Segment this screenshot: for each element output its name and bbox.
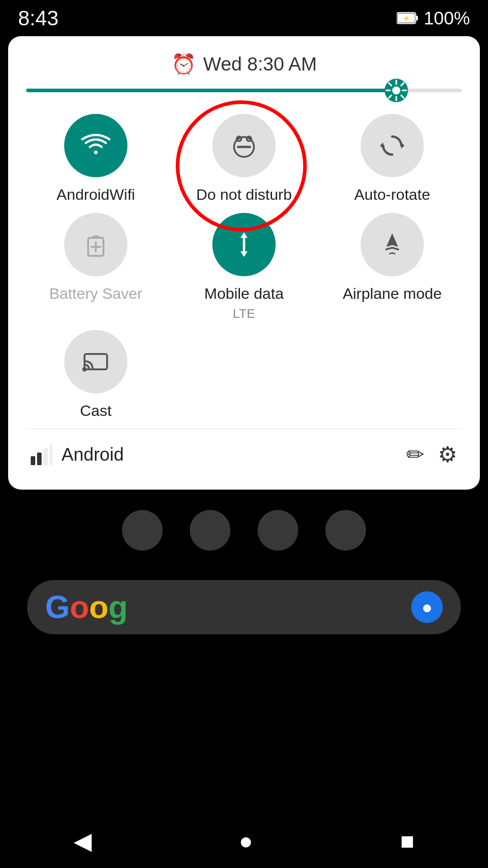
svg-line-10 [401, 95, 404, 98]
signal-icon [31, 443, 52, 465]
mobiledata-icon-circle [212, 213, 276, 276]
back-button[interactable]: ◀ [74, 827, 92, 854]
wifi-label: AndroidWifi [56, 185, 135, 204]
home-button[interactable]: ● [239, 827, 253, 854]
brightness-slider[interactable] [26, 89, 462, 92]
quick-settings-panel: ⏰ Wed 8:30 AM [8, 36, 480, 490]
home-app-icon-2 [190, 510, 230, 551]
autorotate-icon [376, 130, 408, 161]
battery-icon: ⚡ [397, 12, 418, 24]
edit-button[interactable]: ✏ [406, 442, 424, 467]
alarm-row: ⏰ Wed 8:30 AM [26, 52, 462, 76]
tiles-grid: AndroidWifi Do not disturb [26, 114, 462, 420]
airplanemode-icon [376, 229, 408, 260]
status-bar: 8:43 ⚡ 100% [0, 0, 488, 36]
svg-line-12 [389, 95, 392, 98]
svg-marker-25 [240, 232, 248, 238]
svg-line-9 [389, 83, 392, 85]
wifi-icon [80, 130, 112, 161]
home-app-icon-4 [325, 510, 366, 551]
footer-icons: ✏ ⚙ [406, 442, 457, 467]
brightness-fill [26, 89, 396, 92]
svg-text:⚡: ⚡ [403, 14, 410, 22]
wifi-icon-circle [64, 114, 127, 177]
svg-point-13 [94, 151, 98, 154]
batterysaver-icon [80, 229, 112, 260]
google-search-bar[interactable]: Goog ● [27, 580, 461, 634]
status-time: 8:43 [18, 6, 59, 30]
recents-button[interactable]: ■ [400, 827, 414, 854]
svg-marker-27 [240, 251, 248, 257]
home-screen-area [0, 490, 488, 571]
tile-wifi[interactable]: AndroidWifi [26, 114, 165, 204]
svg-rect-30 [31, 456, 35, 465]
alarm-icon: ⏰ [171, 52, 196, 76]
svg-rect-32 [43, 448, 48, 465]
panel-footer: Android ✏ ⚙ [26, 429, 462, 472]
svg-rect-1 [416, 16, 418, 20]
google-mic-button[interactable]: ● [411, 591, 443, 623]
tile-batterysaver[interactable]: Battery Saver [26, 213, 165, 321]
cast-icon [80, 346, 112, 377]
tile-airplanemode[interactable]: Airplane mode [323, 213, 462, 321]
brightness-thumb[interactable] [385, 79, 408, 102]
home-app-icon-3 [258, 510, 298, 551]
cast-label: Cast [80, 401, 112, 420]
footer-left: Android [31, 443, 124, 465]
tile-mobiledata[interactable]: Mobile data LTE [174, 213, 314, 321]
settings-button[interactable]: ⚙ [438, 442, 457, 467]
mobiledata-sublabel: LTE [233, 307, 255, 321]
tiles-wrapper: AndroidWifi Do not disturb [26, 114, 462, 420]
airplanemode-label: Airplane mode [343, 284, 441, 303]
footer-label: Android [61, 444, 124, 465]
autorotate-icon-circle [361, 114, 424, 177]
battery-percent: 100% [424, 8, 470, 28]
airplanemode-icon-circle [361, 213, 424, 276]
svg-rect-33 [50, 443, 52, 465]
batterysaver-icon-circle [64, 213, 127, 276]
tile-dnd[interactable]: Do not disturb [174, 114, 314, 204]
brightness-track[interactable] [26, 89, 462, 92]
status-right: ⚡ 100% [397, 8, 470, 28]
cast-icon-circle [64, 330, 127, 393]
dnd-label: Do not disturb [196, 185, 292, 204]
svg-marker-19 [380, 142, 383, 149]
mobiledata-icon [228, 229, 260, 260]
tile-autorotate[interactable]: Auto-rotate [323, 114, 462, 204]
svg-rect-31 [37, 453, 42, 465]
tile-cast[interactable]: Cast [26, 330, 165, 420]
autorotate-label: Auto-rotate [354, 185, 430, 204]
batterysaver-label: Battery Saver [49, 284, 142, 303]
home-app-icon-1 [122, 510, 163, 551]
dnd-icon-circle [212, 114, 276, 177]
svg-point-29 [82, 367, 87, 372]
alarm-text: Wed 8:30 AM [203, 53, 317, 75]
svg-point-4 [392, 86, 401, 95]
dnd-icon [228, 130, 260, 161]
mobiledata-label: Mobile data [204, 284, 284, 303]
svg-line-11 [401, 83, 404, 85]
svg-marker-18 [401, 142, 404, 149]
brightness-gear-icon [385, 79, 408, 102]
google-logo: Goog [45, 589, 128, 625]
svg-rect-21 [93, 236, 99, 239]
nav-bar: ◀ ● ■ [0, 814, 488, 868]
